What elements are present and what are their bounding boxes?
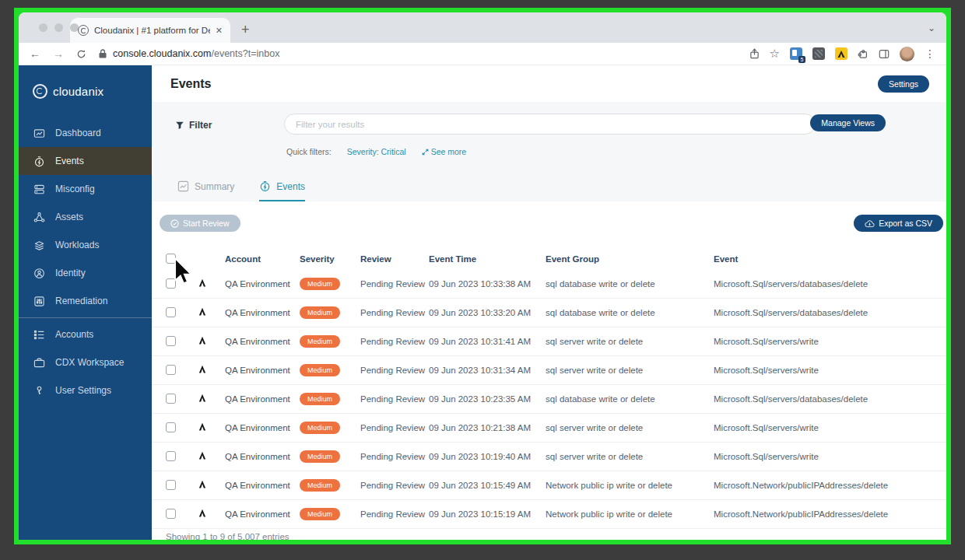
bookmark-star-icon[interactable]: ☆ (770, 47, 780, 61)
table-row[interactable]: QA Environment Medium Pending Review 09 … (152, 270, 946, 299)
export-csv-button[interactable]: Export as CSV (854, 215, 943, 232)
event-group-cell: Network public ip write or delete (546, 509, 714, 519)
sidebar-item-misconfig[interactable]: Misconfig (19, 175, 152, 203)
azure-icon (197, 335, 208, 346)
forward-button[interactable]: → (53, 48, 64, 59)
url-text[interactable]: console.cloudanix.com/events?t=inbox (113, 48, 279, 59)
header-event-time: Event Time (429, 254, 546, 264)
manage-views-button[interactable]: Manage Views (810, 114, 886, 131)
row-checkbox[interactable] (166, 509, 176, 519)
cloud-download-icon (865, 219, 875, 228)
account-cell: QA Environment (225, 394, 300, 404)
table-header-row: Account Severity Review Event Time Event… (152, 248, 946, 270)
event-time-cell: 09 Jun 2023 10:33:20 AM (429, 308, 546, 317)
event-cell: Microsoft.Network/publicIPAddresses/dele… (714, 481, 946, 490)
sidebar-item-events[interactable]: Events (19, 147, 152, 175)
new-tab-button[interactable]: + (241, 22, 250, 38)
header-account: Account (225, 254, 300, 264)
events-icon (33, 156, 45, 167)
page-title: Events (170, 77, 211, 91)
quick-filters-label: Quick filters: (286, 147, 332, 156)
event-time-cell: 09 Jun 2023 10:15:19 AM (429, 509, 546, 519)
window-close-button[interactable] (39, 23, 47, 32)
event-time-cell: 09 Jun 2023 10:19:40 AM (429, 452, 546, 461)
event-group-cell: sql server write or delete (546, 452, 714, 461)
sidebar-item-remediation[interactable]: Remediation (19, 287, 152, 315)
event-group-cell: sql server write or delete (546, 366, 714, 375)
event-group-cell: sql database write or delete (546, 279, 714, 289)
sidebar-item-cdx-workspace[interactable]: CDX Workspace (19, 348, 152, 376)
row-checkbox[interactable] (166, 422, 176, 432)
share-icon[interactable] (749, 48, 760, 59)
table-row[interactable]: QA Environment Medium Pending Review 09 … (152, 327, 946, 356)
table-row[interactable]: QA Environment Medium Pending Review 09 … (152, 414, 946, 443)
tab-summary[interactable]: Summary (177, 180, 234, 201)
sidebar-item-assets[interactable]: Assets (19, 203, 152, 231)
azure-icon (197, 306, 208, 317)
table-row[interactable]: QA Environment Medium Pending Review 09 … (152, 385, 946, 414)
row-checkbox[interactable] (166, 480, 176, 490)
quick-filter-severity-critical[interactable]: Severity: Critical (347, 147, 406, 156)
settings-button[interactable]: Settings (878, 75, 929, 93)
browser-window: Cloudanix | #1 platform for Dev... ✕ + ⌄… (19, 12, 946, 540)
table-body: QA Environment Medium Pending Review 09 … (152, 270, 946, 529)
events-table: Account Severity Review Event Time Event… (152, 248, 946, 540)
select-all-checkbox[interactable] (166, 254, 176, 264)
profile-avatar[interactable] (900, 47, 914, 61)
tab-search-chevron-icon[interactable]: ⌄ (928, 23, 935, 33)
see-more-link[interactable]: See more (422, 147, 467, 156)
event-time-cell: 09 Jun 2023 10:33:38 AM (429, 279, 546, 289)
side-panel-icon[interactable] (879, 49, 890, 59)
event-cell: Microsoft.Sql/servers/write (714, 337, 946, 346)
table-row[interactable]: QA Environment Medium Pending Review 09 … (152, 299, 946, 327)
event-group-cell: sql server write or delete (546, 423, 714, 432)
severity-badge: Medium (300, 393, 340, 405)
severity-badge: Medium (300, 422, 340, 434)
reload-button[interactable] (76, 49, 86, 59)
sidebar-item-workloads[interactable]: Workloads (19, 231, 152, 259)
accounts-icon (33, 329, 45, 341)
table-row[interactable]: QA Environment Medium Pending Review 09 … (152, 443, 946, 471)
review-status-cell: Pending Review (360, 423, 429, 432)
filter-input[interactable] (284, 114, 816, 135)
row-checkbox[interactable] (166, 278, 176, 289)
severity-badge: Medium (300, 278, 340, 290)
event-time-cell: 09 Jun 2023 10:31:34 AM (429, 366, 546, 375)
table-row[interactable]: QA Environment Medium Pending Review 09 … (152, 471, 946, 500)
sidebar-item-user-settings[interactable]: User Settings (19, 376, 152, 404)
extension-yellow-icon[interactable] (835, 47, 847, 60)
sidebar-item-identity[interactable]: Identity (19, 259, 152, 287)
table-row[interactable]: QA Environment Medium Pending Review 09 … (152, 500, 946, 529)
back-button[interactable]: ← (30, 48, 40, 59)
table-row[interactable]: QA Environment Medium Pending Review 09 … (152, 356, 946, 385)
filter-panel: Filter Manage Views Quick filters: Sever… (152, 102, 946, 201)
extension-dark-icon[interactable] (812, 47, 825, 60)
header-event-group: Event Group (546, 254, 714, 264)
url-domain: console.cloudanix.com (113, 48, 211, 59)
tab-events[interactable]: Events (259, 180, 305, 201)
row-checkbox[interactable] (166, 307, 176, 317)
close-tab-icon[interactable]: ✕ (216, 26, 223, 36)
window-minimize-button[interactable] (54, 23, 63, 32)
browser-menu-icon[interactable]: ⋮ (925, 47, 935, 60)
row-checkbox[interactable] (166, 451, 176, 461)
event-group-cell: Network public ip write or delete (546, 481, 714, 490)
sidebar-item-dashboard[interactable]: Dashboard (19, 119, 152, 147)
severity-badge: Medium (300, 450, 340, 463)
row-checkbox[interactable] (166, 336, 176, 346)
sidebar-item-accounts[interactable]: Accounts (19, 320, 152, 348)
event-group-cell: sql database write or delete (546, 394, 714, 404)
row-checkbox[interactable] (166, 394, 176, 404)
event-cell: Microsoft.Sql/servers/write (714, 452, 946, 461)
browser-tab[interactable]: Cloudanix | #1 platform for Dev... ✕ (70, 18, 230, 43)
extension-blue-icon[interactable]: 5 (790, 47, 802, 60)
row-checkbox[interactable] (166, 365, 176, 375)
tab-title: Cloudanix | #1 platform for Dev... (94, 26, 210, 35)
extensions-puzzle-icon[interactable] (858, 48, 868, 59)
events-bolt-icon (259, 180, 271, 192)
remediation-icon (33, 296, 45, 307)
event-cell: Microsoft.Sql/servers/databases/delete (714, 394, 946, 404)
start-review-button[interactable]: Start Review (160, 215, 240, 232)
azure-icon (197, 479, 208, 490)
account-cell: QA Environment (225, 366, 300, 375)
